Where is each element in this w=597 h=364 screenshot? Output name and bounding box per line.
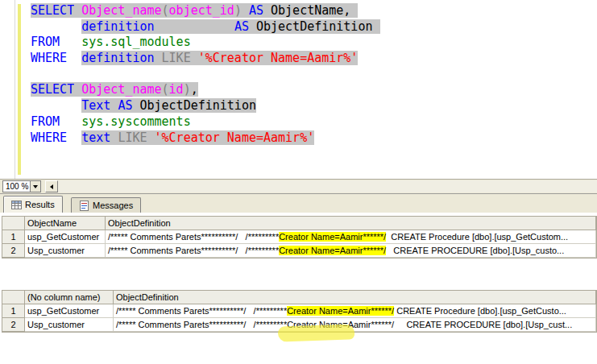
column-header[interactable]: ObjectName (25, 217, 106, 230)
zoom-dropdown[interactable]: 100 % (2, 180, 41, 192)
code-line: SELECT Object_name(id), (31, 82, 380, 98)
sql-editor[interactable]: SELECT Object_name(object_id) AS ObjectN… (0, 0, 597, 179)
code-line: WHERE text LIKE '%Creator Name=Aamir%' (31, 130, 380, 147)
row-header[interactable]: 2 (2, 244, 25, 258)
grid-corner-cell[interactable] (2, 291, 25, 304)
code-line: definition AS ObjectDefinition (31, 19, 380, 35)
zoom-value: 100 % (3, 182, 30, 191)
cell-object-name[interactable]: usp_GetCustomer (25, 230, 106, 244)
results-grid-1: ObjectNameObjectDefinition1usp_GetCustom… (2, 216, 597, 259)
tab-messages-label: Messages (93, 201, 133, 210)
hscrollbar-left-button[interactable] (45, 180, 58, 192)
column-header[interactable]: ObjectDefinition (114, 291, 596, 304)
code-lines: SELECT Object_name(object_id) AS ObjectN… (31, 3, 380, 146)
code-line: Text AS ObjectDefinition (31, 98, 380, 114)
code-line: FROM sys.syscomments (31, 114, 380, 130)
editor-bottom-bar: 100 % (0, 179, 597, 193)
row-header[interactable]: 1 (2, 230, 25, 244)
ssms-query-window: SELECT Object_name(object_id) AS ObjectN… (0, 0, 597, 364)
code-line: WHERE definition LIKE '%Creator Name=Aam… (31, 51, 380, 67)
grid-header-row: ObjectNameObjectDefinition (2, 217, 596, 230)
cell-object-definition[interactable]: /***** Comments Parets**********/ /*****… (106, 230, 596, 244)
tab-results-label: Results (25, 200, 55, 209)
editor-margin-divider (15, 0, 15, 179)
grid-header-row: (No column name)ObjectDefinition (2, 291, 596, 304)
messages-icon (79, 201, 89, 211)
table-row: 1usp_GetCustomer/***** Comments Parets**… (2, 230, 596, 244)
code-line: SELECT Object_name(object_id) AS ObjectN… (31, 3, 380, 19)
cell-object-definition[interactable]: /***** Comments Parets**********/ /*****… (106, 244, 596, 258)
table-row: 1usp_GetCustomer/***** Comments Parets**… (2, 304, 596, 318)
grid-corner-cell[interactable] (2, 217, 25, 230)
hscrollbar-track[interactable] (58, 180, 597, 192)
row-header[interactable]: 2 (2, 318, 25, 332)
tab-results[interactable]: Results (3, 196, 63, 213)
results-area: ObjectNameObjectDefinition1usp_GetCustom… (0, 213, 597, 364)
change-tracking-bar (18, 4, 21, 175)
results-tabstrip: Results Messages (0, 193, 597, 213)
zoom-dropdown-button[interactable] (30, 181, 40, 192)
row-header[interactable]: 1 (2, 304, 25, 318)
table-row: 2Usp_customer/***** Comments Parets*****… (2, 244, 596, 258)
cell-object-name[interactable]: usp_GetCustomer (25, 304, 114, 318)
tab-messages[interactable]: Messages (71, 197, 141, 213)
column-header[interactable]: ObjectDefinition (106, 217, 596, 230)
cell-object-definition[interactable]: /***** Comments Parets**********/ /*****… (114, 304, 596, 318)
code-line (31, 67, 380, 83)
code-line: FROM sys.sql_modules (31, 35, 380, 51)
column-header[interactable]: (No column name) (25, 291, 114, 304)
results-grid-icon (11, 200, 22, 210)
cell-object-name[interactable]: Usp_customer (25, 318, 114, 332)
cell-object-name[interactable]: Usp_customer (25, 244, 106, 258)
chevron-down-icon (33, 185, 38, 188)
results-grid-2: (No column name)ObjectDefinition1usp_Get… (2, 290, 597, 333)
table-row: 2Usp_customer/***** Comments Parets*****… (2, 318, 596, 332)
arrow-left-icon (50, 184, 53, 189)
cell-object-definition[interactable]: /***** Comments Parets**********/ /*****… (114, 318, 596, 332)
